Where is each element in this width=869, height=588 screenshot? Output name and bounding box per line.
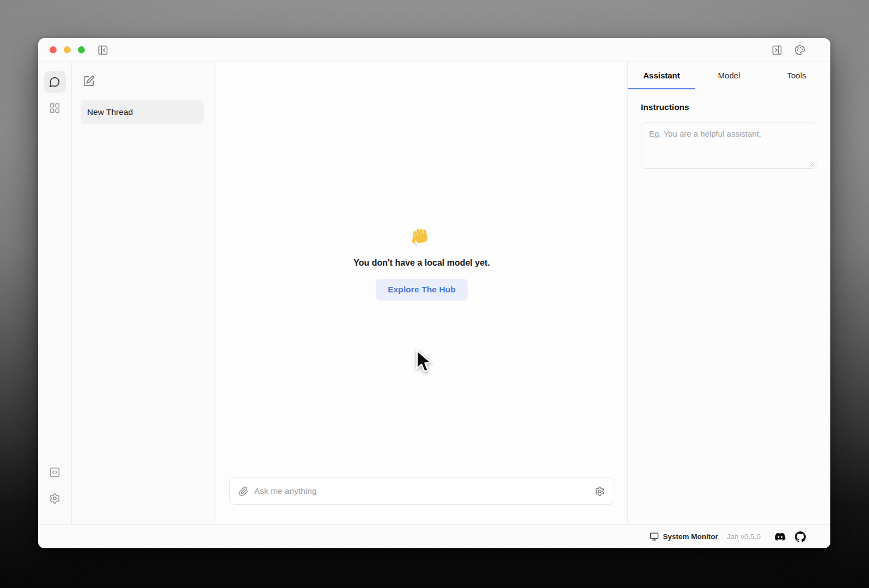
sidebar-item-chat[interactable] — [44, 71, 66, 93]
waving-hand-emoji — [409, 225, 434, 250]
explore-hub-button[interactable]: Explore The Hub — [376, 279, 468, 301]
thread-title: New Thread — [87, 107, 133, 117]
zoom-window-button[interactable] — [78, 46, 85, 53]
monitor-icon — [650, 532, 659, 541]
traffic-lights — [50, 46, 85, 53]
chat-input-bar[interactable] — [229, 477, 614, 505]
code-square-icon — [49, 467, 60, 478]
theme-palette-icon[interactable] — [794, 45, 805, 56]
statusbar: System Monitor Jan v0.5.0 — [38, 524, 830, 548]
assistant-panel: Assistant Model Tools Instructions — [627, 62, 830, 524]
statusbar-social-links — [775, 531, 806, 542]
sidebar-item-settings[interactable] — [44, 487, 66, 509]
message-input[interactable] — [254, 486, 595, 496]
thread-list-item[interactable]: New Thread — [81, 100, 204, 124]
app-window: New Thread — [38, 38, 830, 548]
panel-right-toggle-icon[interactable] — [772, 45, 782, 56]
thread-list-panel: New Thread — [72, 62, 216, 524]
thread-list-header — [72, 62, 216, 89]
new-thread-compose-icon[interactable] — [83, 75, 95, 87]
chat-area: You don't have a local model yet. Explor… — [216, 62, 627, 524]
input-settings-gear-icon[interactable] — [595, 486, 605, 497]
sidebar-rail — [38, 62, 72, 524]
empty-state: You don't have a local model yet. Explor… — [216, 225, 627, 301]
instructions-textarea[interactable] — [641, 122, 817, 169]
titlebar — [38, 38, 830, 62]
tab-model[interactable]: Model — [695, 62, 763, 89]
github-icon[interactable] — [795, 531, 806, 542]
panel-tabs: Assistant Model Tools — [628, 62, 830, 89]
titlebar-right-actions — [772, 45, 805, 56]
instructions-label: Instructions — [641, 102, 817, 112]
assistant-tab-content: Instructions — [628, 89, 830, 184]
grid-icon — [49, 102, 60, 114]
minimize-window-button[interactable] — [64, 46, 71, 53]
speech-bubble-icon — [49, 76, 60, 88]
empty-state-message: You don't have a local model yet. — [216, 258, 627, 268]
sidebar-item-hub[interactable] — [44, 97, 66, 119]
app-version-label: Jan v0.5.0 — [727, 532, 761, 541]
tab-assistant[interactable]: Assistant — [628, 62, 695, 89]
instructions-field-wrap — [641, 122, 817, 171]
panel-left-collapse-icon[interactable] — [97, 45, 108, 56]
sidebar-item-local-api-server[interactable] — [44, 461, 66, 483]
discord-icon[interactable] — [775, 531, 786, 542]
close-window-button[interactable] — [50, 46, 57, 53]
tab-tools[interactable]: Tools — [763, 62, 830, 89]
app-body: New Thread — [38, 62, 830, 524]
paperclip-icon[interactable] — [238, 486, 249, 497]
system-monitor-button[interactable]: System Monitor — [663, 532, 718, 541]
gear-icon — [49, 493, 60, 504]
